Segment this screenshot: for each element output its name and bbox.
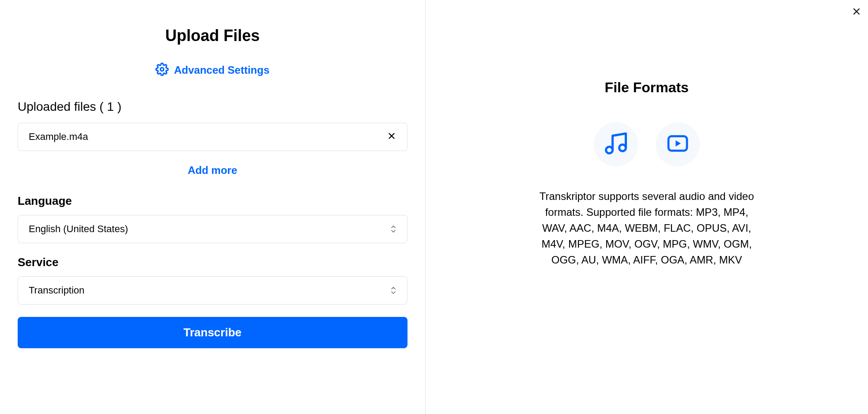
uploaded-files-label: Uploaded files ( 1 ) xyxy=(18,100,408,114)
transcribe-button[interactable]: Transcribe xyxy=(18,317,408,348)
language-select[interactable]: English (United States) xyxy=(18,215,408,243)
video-icon xyxy=(665,131,690,158)
info-panel: File Formats xyxy=(426,0,868,414)
file-row: Example.m4a xyxy=(18,123,408,151)
file-name: Example.m4a xyxy=(29,131,88,143)
svg-point-5 xyxy=(606,147,612,154)
music-icon xyxy=(603,130,629,158)
gear-icon xyxy=(155,63,169,78)
formats-title: File Formats xyxy=(452,79,842,96)
service-value: Transcription xyxy=(29,285,84,296)
svg-marker-8 xyxy=(676,140,681,147)
service-label: Service xyxy=(18,256,408,269)
service-select[interactable]: Transcription xyxy=(18,276,408,305)
chevron-updown-icon xyxy=(390,225,396,233)
close-button[interactable] xyxy=(851,6,862,19)
language-value: English (United States) xyxy=(29,223,128,235)
chevron-updown-icon xyxy=(390,286,396,294)
formats-description: Transkriptor supports several audio and … xyxy=(536,188,757,268)
close-icon xyxy=(387,131,396,143)
close-icon xyxy=(851,11,862,18)
svg-point-6 xyxy=(619,145,626,151)
remove-file-button[interactable] xyxy=(387,131,396,143)
add-more-button[interactable]: Add more xyxy=(18,164,408,177)
audio-format-icon-circle xyxy=(594,122,638,166)
page-title: Upload Files xyxy=(18,26,408,45)
language-label: Language xyxy=(18,194,408,208)
video-format-icon-circle xyxy=(656,122,700,166)
format-icons xyxy=(452,122,842,166)
upload-panel: Upload Files Advanced Settings Uploaded … xyxy=(0,0,425,414)
advanced-settings-label: Advanced Settings xyxy=(174,64,269,76)
svg-point-0 xyxy=(160,68,164,71)
advanced-settings-button[interactable]: Advanced Settings xyxy=(18,63,408,78)
